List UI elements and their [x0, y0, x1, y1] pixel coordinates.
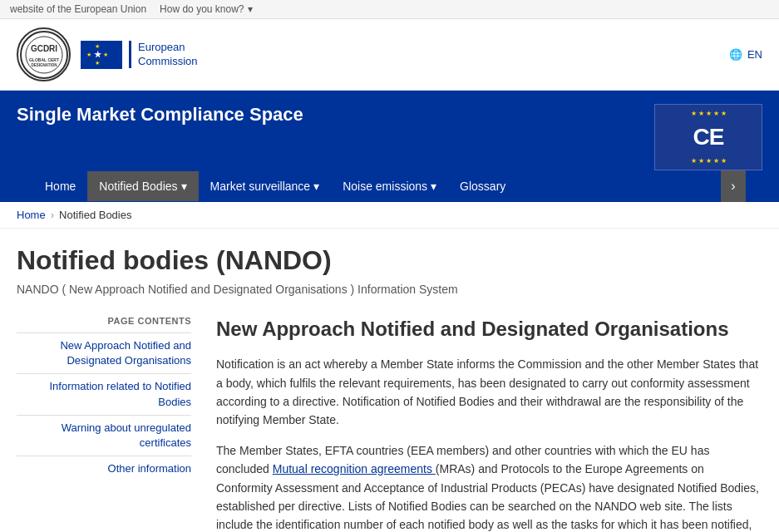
chevron-down-icon: ▾ [181, 180, 187, 193]
toc-item-4[interactable]: Other information [17, 456, 191, 481]
gcdri-logo: GCDRI GLOBAL CERT DESIGNATION [17, 27, 71, 81]
breadcrumb-home[interactable]: Home [17, 209, 46, 221]
chevron-down-icon: ▾ [313, 180, 319, 193]
top-bar: website of the European Union How do you… [0, 0, 779, 19]
blue-banner: Single Market Compliance Space ★★★★★ CE … [0, 91, 779, 202]
main-nav: Home Notified Bodies ▾ Market surveillan… [17, 170, 762, 202]
header-logos: GCDRI GLOBAL CERT DESIGNATION ★ ★ ★ ★ ★ [17, 27, 198, 81]
ec-title: European Commission [129, 41, 198, 69]
article-content: New Approach Notified and Designated Org… [216, 316, 762, 532]
chevron-down-icon: ▾ [248, 3, 253, 15]
banner-title: Single Market Compliance Space [17, 104, 303, 135]
page-subtitle: NANDO ( New Approach Notified and Design… [17, 283, 762, 296]
toc-item-1[interactable]: New Approach Notified and Designated Org… [17, 332, 191, 373]
svg-point-0 [21, 32, 67, 78]
nav-next-arrow[interactable]: › [721, 170, 746, 202]
header: GCDRI GLOBAL CERT DESIGNATION ★ ★ ★ ★ ★ [0, 19, 779, 91]
language-selector[interactable]: 🌐 EN [729, 48, 762, 61]
chevron-down-icon: ▾ [431, 180, 436, 193]
toc-heading: PAGE CONTENTS [17, 316, 191, 326]
eu-website-label: website of the European Union [10, 3, 146, 15]
breadcrumb-separator: › [51, 209, 54, 221]
ce-bottom-stars: ★★★★★ [691, 157, 727, 165]
svg-text:DESIGNATION: DESIGNATION [31, 63, 57, 67]
svg-point-1 [26, 37, 62, 73]
how-do-you-know-link[interactable]: How do you know? ▾ [160, 3, 252, 15]
european-commission-logo: ★ ★ ★ ★ ★ European Commission [81, 41, 198, 69]
breadcrumb: Home › Notified Bodies [0, 202, 779, 229]
nav-noise-emissions[interactable]: Noise emissions ▾ [331, 171, 448, 201]
ce-mark-box: ★★★★★ CE ★★★★★ [654, 104, 762, 170]
article-heading: New Approach Notified and Designated Org… [216, 316, 762, 342]
content-layout: PAGE CONTENTS New Approach Notified and … [17, 316, 762, 532]
nav-home[interactable]: Home [33, 171, 87, 201]
svg-text:GLOBAL CERT: GLOBAL CERT [28, 57, 58, 62]
ce-top-stars: ★★★★★ [691, 110, 727, 117]
nav-glossary[interactable]: Glossary [448, 171, 517, 201]
article-para-1: Notification is an act whereby a Member … [216, 355, 762, 430]
toc-sidebar: PAGE CONTENTS New Approach Notified and … [17, 316, 191, 532]
language-label: EN [747, 48, 762, 61]
main-content: Notified bodies (NANDO) NANDO ( New Appr… [0, 229, 779, 532]
breadcrumb-current: Notified Bodies [59, 209, 131, 221]
toc-item-3[interactable]: Warning about unregulated certificates [17, 415, 191, 456]
ce-mark-text: CE [693, 124, 724, 150]
page-title: Notified bodies (NANDO) [17, 245, 762, 276]
nav-market-surveillance[interactable]: Market surveillance ▾ [199, 171, 332, 201]
svg-text:GCDRI: GCDRI [30, 44, 57, 53]
mra-link[interactable]: Mutual recognition agreements [273, 462, 436, 475]
nav-notified-bodies[interactable]: Notified Bodies ▾ [87, 171, 198, 201]
globe-icon: 🌐 [729, 48, 742, 61]
article-para-2: The Member States, EFTA countries (EEA m… [216, 441, 762, 532]
toc-item-2[interactable]: Information related to Notified Bodies [17, 373, 191, 414]
